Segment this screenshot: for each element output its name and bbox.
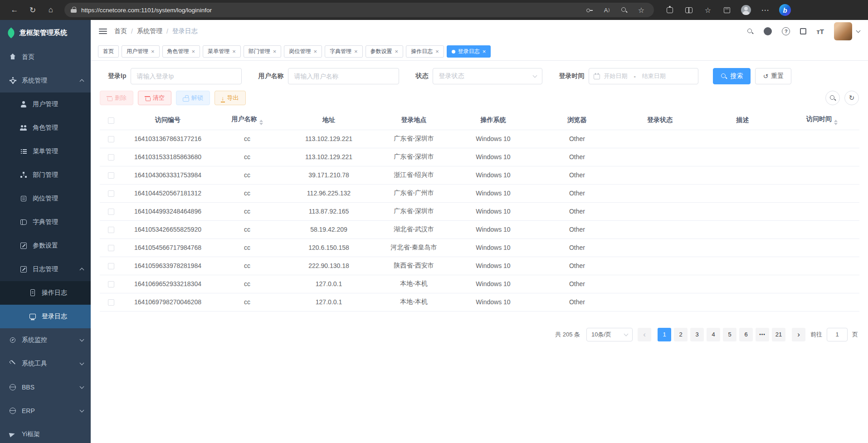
- profile-icon[interactable]: [738, 2, 754, 18]
- sidebar-item-tool[interactable]: 系统工具: [0, 352, 91, 375]
- sort-icon[interactable]: [259, 120, 263, 125]
- reset-button[interactable]: ↺ 重置: [755, 68, 791, 84]
- collections-icon[interactable]: [719, 2, 735, 18]
- zoom-icon[interactable]: [618, 4, 630, 16]
- user-avatar[interactable]: [834, 22, 852, 40]
- tab-菜单管理[interactable]: 菜单管理×: [203, 45, 241, 58]
- breadcrumb-item[interactable]: 系统管理: [137, 27, 162, 35]
- favorites-icon[interactable]: ☆: [700, 2, 716, 18]
- bing-discover-icon[interactable]: b: [779, 4, 791, 16]
- refresh-table-button[interactable]: ↻: [844, 91, 859, 105]
- more-pages-button[interactable]: •••: [756, 328, 769, 341]
- prev-page-button[interactable]: ‹: [638, 328, 651, 341]
- extensions-icon[interactable]: [662, 2, 678, 18]
- split-screen-icon[interactable]: [681, 2, 697, 18]
- close-icon[interactable]: ×: [192, 48, 195, 55]
- page-button-1[interactable]: 1: [658, 328, 671, 341]
- browser-home-icon[interactable]: ⌂: [43, 2, 59, 18]
- status-placeholder: 登录状态: [439, 72, 464, 80]
- tab-岗位管理[interactable]: 岗位管理×: [284, 45, 322, 58]
- fullscreen-icon[interactable]: [800, 28, 806, 34]
- row-checkbox[interactable]: [108, 299, 114, 306]
- hamburger-icon[interactable]: [99, 29, 107, 34]
- row-checkbox[interactable]: [108, 190, 114, 197]
- tab-字典管理[interactable]: 字典管理×: [325, 45, 363, 58]
- close-icon[interactable]: ×: [232, 48, 236, 55]
- sidebar-item-user[interactable]: 用户管理: [0, 92, 91, 116]
- browser-refresh-icon[interactable]: ↻: [24, 2, 41, 18]
- delete-button[interactable]: 删除: [100, 91, 133, 105]
- close-icon[interactable]: ×: [151, 48, 155, 55]
- close-icon[interactable]: ×: [395, 48, 399, 55]
- tab-部门管理[interactable]: 部门管理×: [244, 45, 282, 58]
- select-all-checkbox[interactable]: [108, 117, 114, 124]
- close-icon[interactable]: ×: [273, 48, 277, 55]
- font-size-icon[interactable]: тT: [816, 28, 824, 35]
- read-aloud-icon[interactable]: A): [600, 4, 613, 16]
- tab-参数设置[interactable]: 参数设置×: [366, 45, 404, 58]
- tab-操作日志[interactable]: 操作日志×: [406, 45, 444, 58]
- page-button-21[interactable]: 21: [772, 328, 785, 341]
- status-select[interactable]: 登录状态: [433, 68, 542, 84]
- sidebar-item-yi[interactable]: Yi框架: [0, 423, 91, 443]
- sidebar-item-dept[interactable]: 部门管理: [0, 163, 91, 187]
- sidebar-item-menu[interactable]: 菜单管理: [0, 140, 91, 163]
- sidebar-item-post[interactable]: 岗位管理: [0, 187, 91, 210]
- row-checkbox[interactable]: [108, 154, 114, 161]
- page-button-5[interactable]: 5: [723, 328, 736, 341]
- page-button-6[interactable]: 6: [739, 328, 753, 341]
- clear-button[interactable]: 清空: [138, 91, 171, 105]
- breadcrumb-item[interactable]: 首页: [114, 27, 127, 35]
- close-icon[interactable]: ×: [483, 48, 486, 55]
- sidebar-item-monitor[interactable]: 系统监控: [0, 328, 91, 352]
- sidebar-item-system[interactable]: 系统管理: [0, 69, 91, 92]
- tab-角色管理[interactable]: 角色管理×: [162, 45, 200, 58]
- tab-用户管理[interactable]: 用户管理×: [122, 45, 160, 58]
- unlock-button[interactable]: 解锁: [176, 91, 210, 105]
- add-favorite-icon[interactable]: ☆: [635, 4, 648, 16]
- user-name-input[interactable]: [288, 68, 399, 84]
- search-button[interactable]: 搜索: [713, 68, 751, 84]
- select-cell: [100, 148, 122, 166]
- settings-more-icon[interactable]: ⋯: [757, 2, 773, 18]
- tab-登录日志[interactable]: 登录日志×: [447, 45, 491, 58]
- sidebar-item-home[interactable]: 首页: [0, 45, 91, 69]
- page-button-2[interactable]: 2: [674, 328, 688, 341]
- header-search-icon[interactable]: [747, 28, 754, 35]
- row-checkbox[interactable]: [108, 136, 114, 142]
- sidebar-item-role[interactable]: 角色管理: [0, 116, 91, 140]
- row-checkbox[interactable]: [108, 209, 114, 215]
- page-size-select[interactable]: 10条/页: [586, 328, 633, 341]
- goto-page-input[interactable]: [827, 328, 848, 341]
- password-key-icon[interactable]: [583, 4, 596, 16]
- page-button-3[interactable]: 3: [690, 328, 704, 341]
- back-icon[interactable]: ←: [6, 2, 23, 18]
- row-checkbox[interactable]: [108, 263, 114, 269]
- row-checkbox[interactable]: [108, 281, 114, 287]
- login-ip-input[interactable]: [131, 68, 242, 84]
- tab-首页[interactable]: 首页: [98, 45, 119, 58]
- sort-icon[interactable]: [834, 120, 838, 125]
- row-checkbox[interactable]: [108, 172, 114, 179]
- close-icon[interactable]: ×: [354, 48, 358, 55]
- sidebar-item-erp[interactable]: ERP: [0, 399, 91, 423]
- row-checkbox[interactable]: [108, 227, 114, 233]
- page-button-4[interactable]: 4: [707, 328, 720, 341]
- close-icon[interactable]: ×: [313, 48, 317, 55]
- date-range-input[interactable]: 开始日期 - 结束日期: [589, 68, 698, 84]
- sidebar-item-dict[interactable]: 字典管理: [0, 210, 91, 234]
- sidebar-item-loginlog[interactable]: 登录日志: [0, 305, 91, 328]
- sidebar-item-operlog[interactable]: 操作日志: [0, 281, 91, 305]
- sidebar-item-bbs[interactable]: BBS: [0, 375, 91, 399]
- address-bar[interactable]: https://ccnetcore.com:1101/system/log/lo…: [64, 3, 654, 17]
- close-icon[interactable]: ×: [435, 48, 439, 55]
- url-text[interactable]: https://ccnetcore.com:1101/system/log/lo…: [81, 7, 579, 14]
- sidebar-item-config[interactable]: 参数设置: [0, 234, 91, 258]
- export-button[interactable]: ↓ 导出: [215, 91, 246, 105]
- sidebar-item-log[interactable]: 日志管理: [0, 258, 91, 281]
- toggle-search-button[interactable]: [825, 91, 840, 105]
- github-icon[interactable]: [764, 27, 772, 35]
- row-checkbox[interactable]: [108, 245, 114, 251]
- next-page-button[interactable]: ›: [792, 328, 805, 341]
- avatar-chevron-icon[interactable]: [856, 29, 861, 33]
